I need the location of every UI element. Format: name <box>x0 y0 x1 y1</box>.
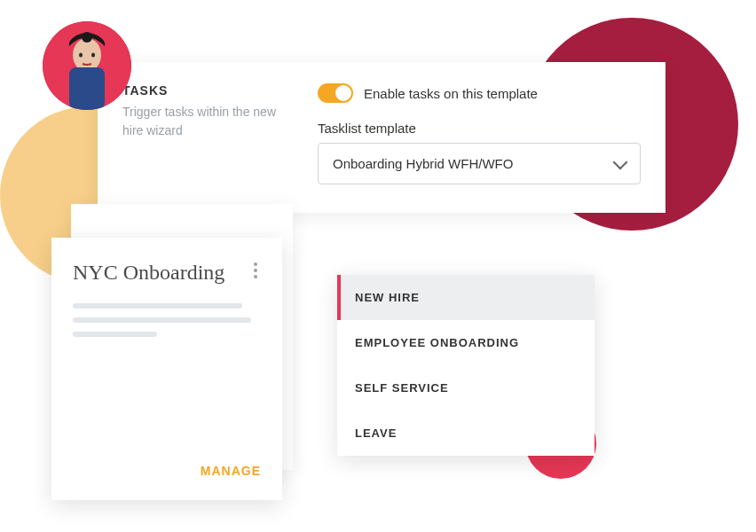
manage-button[interactable]: MANAGE <box>201 464 261 478</box>
tasklist-template-select[interactable]: Onboarding Hybrid WFH/WFO <box>318 143 641 184</box>
tasks-title: TASKS <box>122 83 282 98</box>
onboarding-card: NYC Onboarding MANAGE <box>51 238 282 500</box>
enable-tasks-label: Enable tasks on this template <box>364 86 538 101</box>
template-menu: NEW HIRE EMPLOYEE ONBOARDING SELF SERVIC… <box>337 275 595 456</box>
menu-item-employee-onboarding[interactable]: EMPLOYEE ONBOARDING <box>337 320 595 365</box>
onboarding-card-title: NYC Onboarding <box>73 259 224 286</box>
tasklist-template-value: Onboarding Hybrid WFH/WFO <box>333 156 513 171</box>
menu-item-new-hire[interactable]: NEW HIRE <box>337 275 595 320</box>
menu-item-leave[interactable]: LEAVE <box>337 411 595 456</box>
chevron-down-icon <box>613 154 628 169</box>
svg-point-2 <box>82 32 92 43</box>
enable-tasks-toggle[interactable] <box>318 83 353 103</box>
avatar <box>43 21 131 110</box>
tasks-panel: TASKS Trigger tasks within the new hire … <box>98 62 665 213</box>
card-placeholder-lines <box>73 303 261 346</box>
svg-point-5 <box>91 53 95 58</box>
svg-point-4 <box>79 53 83 58</box>
menu-item-self-service[interactable]: SELF SERVICE <box>337 365 595 411</box>
svg-point-1 <box>73 38 101 72</box>
kebab-menu-icon[interactable] <box>250 259 261 282</box>
tasklist-template-label: Tasklist template <box>318 121 641 136</box>
tasks-description: Trigger tasks within the new hire wizard <box>122 103 282 140</box>
svg-rect-3 <box>69 67 105 110</box>
